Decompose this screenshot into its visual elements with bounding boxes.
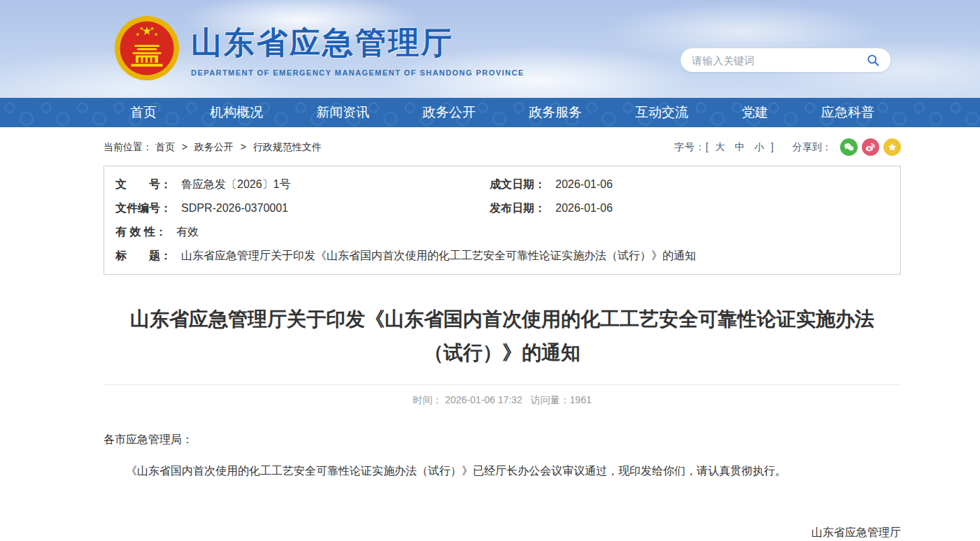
meta-visits-label: 访问量：	[531, 394, 570, 405]
file-code-value: SDPR-2026-0370001	[181, 196, 288, 220]
signature-block: 山东省应急管理厅 2026年1月6日	[104, 522, 901, 541]
search-button[interactable]	[864, 51, 882, 69]
doc-number-label: 文 号：	[115, 173, 171, 196]
info-row: 文件编号： SDPR-2026-0370001 发布日期： 2026-01-06	[115, 196, 889, 220]
font-size-control: 字号：[ 大 中 小 ]	[674, 141, 774, 154]
breadcrumb-toolbar-row: 当前位置： 首页 > 政务公开 > 行政规范性文件 字号：[ 大 中 小 ] 分…	[104, 127, 901, 166]
breadcrumb-separator: >	[241, 141, 246, 152]
nav-item-gov-services[interactable]: 政务服务	[529, 103, 582, 122]
validity-label: 有 效 性：	[115, 220, 166, 244]
site-title: 山东省应急管理厅	[191, 22, 525, 64]
nav-item-gov-disclosure[interactable]: 政务公开	[422, 103, 476, 122]
qzone-star-icon	[886, 141, 898, 153]
publish-date-cell: 发布日期： 2026-01-06	[490, 196, 613, 220]
doc-title-value: 山东省应急管理厅关于印发《山东省国内首次使用的化工工艺安全可靠性论证实施办法（试…	[181, 244, 696, 268]
validity-value: 有效	[176, 220, 199, 244]
file-code-label: 文件编号：	[115, 196, 171, 220]
article-title: 山东省应急管理厅关于印发《山东省国内首次使用的化工工艺安全可靠性论证实施办法（试…	[125, 303, 880, 369]
font-size-small-button[interactable]: 小	[754, 141, 765, 152]
breadcrumb-separator: >	[182, 141, 187, 152]
article-tools: 字号：[ 大 中 小 ] 分享到：	[674, 138, 901, 156]
written-date-value: 2026-01-06	[555, 173, 613, 196]
meta-visits-value: 1961	[570, 394, 592, 405]
national-emblem-icon	[114, 15, 180, 81]
share-label: 分享到：	[793, 141, 832, 154]
share-wechat-button[interactable]	[840, 138, 858, 156]
font-size-medium-button[interactable]: 中	[734, 141, 745, 152]
file-code-cell: 文件编号： SDPR-2026-0370001	[115, 196, 490, 220]
page: 山东省应急管理厅 DEPARTMENT OF EMERGENCY MANAGEM…	[0, 0, 980, 541]
publish-date-label: 发布日期：	[490, 196, 546, 220]
validity-cell: 有 效 性： 有效	[115, 220, 199, 244]
nav-item-home[interactable]: 首页	[130, 103, 157, 122]
font-size-prefix: 字号：[	[674, 141, 709, 152]
info-row: 文 号： 鲁应急发〔2026〕1号 成文日期： 2026-01-06	[115, 173, 889, 196]
main-nav: 首页 机构概况 新闻资讯 政务公开 政务服务 互动交流 党建 应急科普	[0, 98, 980, 127]
info-row: 有 效 性： 有效	[115, 220, 889, 244]
breadcrumb-link-regulatory-docs[interactable]: 行政规范性文件	[253, 141, 322, 152]
info-row: 标 题： 山东省应急管理厅关于印发《山东省国内首次使用的化工工艺安全可靠性论证实…	[115, 244, 889, 268]
main-nav-inner: 首页 机构概况 新闻资讯 政务公开 政务服务 互动交流 党建 应急科普	[104, 98, 901, 127]
share-qzone-button[interactable]	[883, 138, 901, 156]
breadcrumb-link-home[interactable]: 首页	[155, 141, 175, 152]
doc-number-cell: 文 号： 鲁应急发〔2026〕1号	[115, 173, 490, 196]
breadcrumb-link-gov-disclosure[interactable]: 政务公开	[194, 141, 234, 152]
site-brand[interactable]: 山东省应急管理厅 DEPARTMENT OF EMERGENCY MANAGEM…	[114, 15, 525, 81]
article-paragraph: 《山东省国内首次使用的化工工艺安全可靠性论证实施办法（试行）》已经厅长办公会议审…	[104, 461, 901, 482]
breadcrumb-prefix: 当前位置：	[104, 141, 152, 152]
weibo-icon	[865, 141, 876, 153]
article-meta: 时间： 2026-01-06 17:32 访问量：1961	[104, 385, 901, 407]
nav-item-organization[interactable]: 机构概况	[210, 103, 263, 122]
site-search	[681, 48, 890, 72]
share-weibo-button[interactable]	[862, 138, 879, 156]
search-icon	[866, 53, 880, 67]
site-title-english: DEPARTMENT OF EMERGENCY MANAGEMENT OF SH…	[191, 68, 525, 77]
doc-title-label: 标 题：	[115, 244, 171, 268]
main-content: 当前位置： 首页 > 政务公开 > 行政规范性文件 字号：[ 大 中 小 ] 分…	[104, 127, 901, 541]
nav-item-party-building[interactable]: 党建	[741, 103, 768, 122]
publish-date-value: 2026-01-06	[555, 196, 613, 220]
search-input[interactable]	[692, 55, 864, 66]
meta-time-value: 2026-01-06 17:32	[445, 394, 523, 405]
font-size-suffix: ]	[771, 141, 774, 152]
written-date-label: 成文日期：	[490, 173, 546, 196]
written-date-cell: 成文日期： 2026-01-06	[490, 173, 613, 196]
nav-item-news[interactable]: 新闻资讯	[316, 103, 369, 122]
nav-item-emergency-science[interactable]: 应急科普	[821, 103, 874, 122]
breadcrumb: 当前位置： 首页 > 政务公开 > 行政规范性文件	[104, 141, 322, 154]
font-size-large-button[interactable]: 大	[715, 141, 725, 152]
article-body: 各市应急管理局： 《山东省国内首次使用的化工工艺安全可靠性论证实施办法（试行）》…	[104, 429, 901, 541]
doc-number-value: 鲁应急发〔2026〕1号	[181, 173, 291, 196]
signature-name: 山东省应急管理厅	[104, 522, 901, 541]
nav-item-interaction[interactable]: 互动交流	[635, 103, 688, 122]
meta-time-label: 时间：	[413, 394, 442, 405]
document-info-box: 文 号： 鲁应急发〔2026〕1号 成文日期： 2026-01-06 文件编号：…	[104, 166, 901, 275]
doc-title-cell: 标 题： 山东省应急管理厅关于印发《山东省国内首次使用的化工工艺安全可靠性论证实…	[115, 244, 696, 268]
wechat-icon	[843, 141, 855, 153]
brand-text: 山东省应急管理厅 DEPARTMENT OF EMERGENCY MANAGEM…	[191, 20, 525, 77]
site-header: 山东省应急管理厅 DEPARTMENT OF EMERGENCY MANAGEM…	[0, 0, 980, 98]
article-salutation: 各市应急管理局：	[104, 429, 901, 450]
